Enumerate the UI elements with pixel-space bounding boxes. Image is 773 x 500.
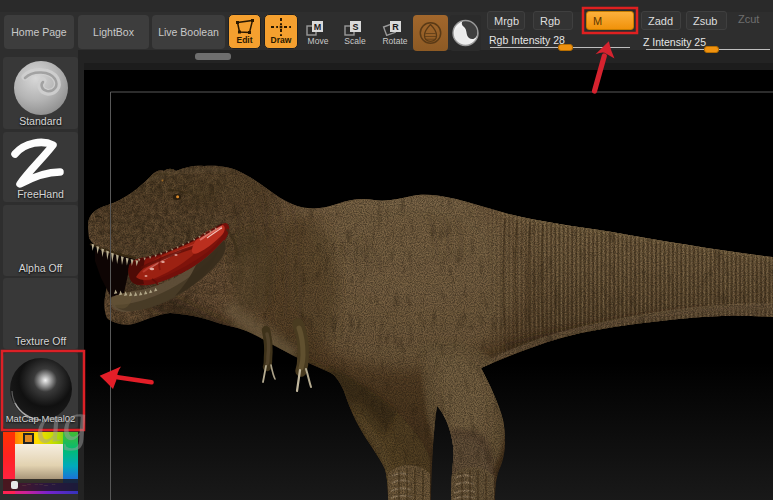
svg-text:S: S — [352, 22, 358, 32]
svg-text:R: R — [392, 22, 399, 32]
svg-text:M: M — [314, 22, 322, 32]
